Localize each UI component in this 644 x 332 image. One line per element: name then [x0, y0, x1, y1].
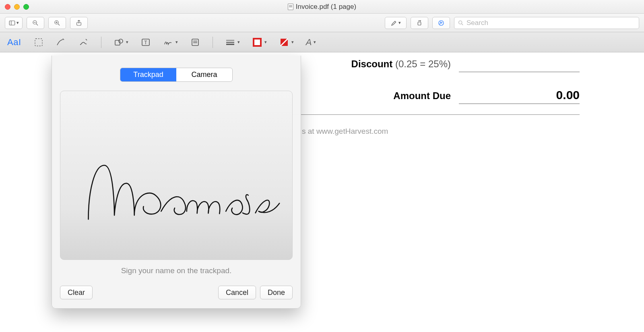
chevron-down-icon: ▾	[126, 39, 128, 45]
window-title-text: Invoice.pdf (1 page)	[296, 3, 356, 11]
chevron-down-icon: ▾	[17, 20, 19, 25]
text-selection-label: AaI	[7, 37, 21, 48]
cancel-button[interactable]: Cancel	[218, 286, 256, 299]
markup-toolbar: AaI ▾ T ▾ ▾ ▾ ▾ A ▾	[0, 32, 644, 52]
rectangular-selection-tool[interactable]	[32, 35, 45, 49]
search-icon	[458, 20, 464, 26]
popover-buttons: Clear Cancel Done	[60, 286, 293, 299]
text-tool[interactable]: T	[139, 35, 153, 49]
share-button[interactable]	[70, 17, 88, 29]
search-input[interactable]: Search	[454, 17, 639, 29]
zoom-out-button[interactable]	[27, 17, 44, 29]
svg-line-3	[36, 23, 38, 25]
separator	[213, 37, 213, 48]
sidebar-toggle-button[interactable]: ▾	[5, 17, 23, 29]
text-selection-tool[interactable]: AaI	[6, 35, 23, 49]
chevron-down-icon: ▾	[175, 39, 178, 45]
clear-button[interactable]: Clear	[60, 286, 93, 299]
svg-point-12	[459, 21, 462, 24]
svg-rect-14	[35, 39, 42, 46]
search-placeholder: Search	[466, 19, 488, 27]
chevron-down-icon: ▾	[314, 39, 316, 45]
signature-source-tabs: Trackpad Camera	[120, 68, 233, 82]
svg-rect-10	[418, 22, 421, 25]
chevron-down-icon: ▾	[398, 20, 401, 25]
svg-point-16	[119, 39, 123, 43]
close-window-button[interactable]	[5, 4, 10, 10]
tab-trackpad[interactable]: Trackpad	[120, 68, 176, 81]
chevron-down-icon: ▾	[237, 39, 240, 45]
svg-line-13	[462, 24, 463, 25]
font-style-tool[interactable]: A ▾	[304, 35, 318, 49]
shapes-tool[interactable]: ▾	[112, 35, 130, 49]
highlight-tool-button[interactable]: ▾	[385, 17, 407, 29]
svg-rect-25	[254, 39, 261, 46]
discount-value	[459, 56, 580, 72]
signature-pad[interactable]	[60, 91, 293, 260]
chevron-down-icon: ▾	[291, 39, 294, 45]
rotate-button[interactable]	[411, 17, 428, 29]
signature-drawing	[60, 91, 292, 259]
separator	[101, 37, 101, 48]
sign-tool[interactable]: ▾	[161, 35, 180, 49]
sketch-tool[interactable]	[54, 35, 68, 49]
tab-camera[interactable]: Camera	[176, 68, 232, 81]
svg-rect-0	[9, 21, 15, 25]
window-titlebar: Invoice.pdf (1 page)	[0, 0, 644, 14]
amount-due-value: 0.00	[459, 88, 580, 104]
svg-text:T: T	[144, 40, 147, 46]
window-title: Invoice.pdf (1 page)	[0, 3, 644, 11]
window-controls	[5, 4, 29, 10]
chevron-down-icon: ▾	[264, 39, 267, 45]
border-style-tool[interactable]: ▾	[223, 35, 242, 49]
document-icon	[288, 4, 293, 10]
fill-color-tool[interactable]: ▾	[277, 35, 295, 49]
draw-tool[interactable]	[77, 35, 91, 49]
note-tool[interactable]	[188, 35, 202, 49]
fullscreen-window-button[interactable]	[23, 4, 29, 10]
signature-popover: Trackpad Camera Sign your name on the tr…	[52, 56, 301, 309]
done-button[interactable]: Done	[260, 286, 293, 299]
minimize-window-button[interactable]	[14, 4, 20, 10]
svg-line-6	[58, 23, 60, 25]
svg-rect-19	[192, 39, 198, 46]
main-toolbar: ▾ ▾ Search	[0, 14, 644, 32]
border-color-tool[interactable]: ▾	[250, 35, 268, 49]
zoom-in-button[interactable]	[48, 17, 66, 29]
markup-toggle-button[interactable]	[432, 17, 450, 29]
signature-hint: Sign your name on the trackpad.	[60, 266, 293, 275]
